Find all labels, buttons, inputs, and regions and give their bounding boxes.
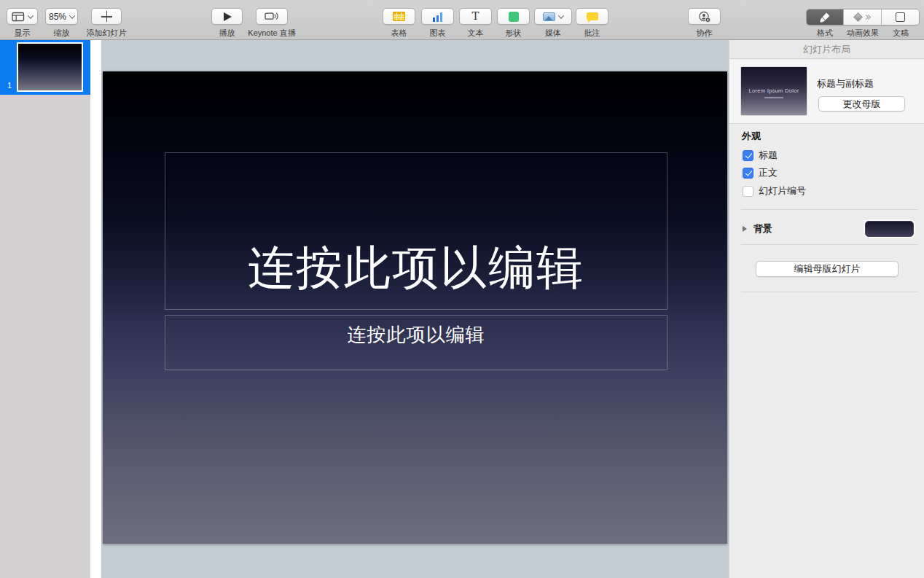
view-label: 显示 [15,28,31,39]
title-placeholder-text: 连按此项以编辑 [248,236,584,300]
change-master-button[interactable]: 更改母版 [818,96,905,112]
animate-diamond-icon [853,12,863,22]
panel-header: 幻灯片布局 [729,40,924,59]
format-tab[interactable] [807,9,844,25]
text-icon: T [471,11,479,22]
text-label: 文本 [468,28,484,39]
add-slide-label: 添加幻灯片 [87,28,127,39]
background-label: 背景 [753,222,772,235]
inspector-segmented-control [806,9,920,26]
shape-icon [509,12,519,22]
chart-label: 图表 [430,28,446,39]
comment-label: 批注 [584,28,600,39]
slide-canvas[interactable]: 连按此项以编辑 连按此项以编辑 [101,40,729,578]
title-checkbox-row[interactable]: 标题 [743,149,778,161]
zoom-button[interactable]: 85% 缩放 [45,8,78,39]
edit-master-slide-button[interactable]: 编辑母版幻灯片 [756,261,898,277]
appearance-section-title: 外观 [742,130,761,143]
format-inspector-panel: 幻灯片布局 Lorem Ipsum Dolor 标题与副标题 更改母版 外观 标… [729,40,924,578]
media-button[interactable]: 媒体 [534,8,572,39]
view-layout-icon [12,12,25,22]
body-checkbox-label: 正文 [759,166,778,179]
navigator-canvas-divider [90,40,101,578]
animate-tab-label: 动画效果 [844,28,882,39]
slide-1-thumbnail[interactable] [17,42,83,92]
play-icon [224,12,232,21]
toolbar: 显示 85% 缩放 添加幻灯片 播放 [0,0,924,40]
plus-icon [101,11,112,22]
collaborate-icon [698,11,711,23]
table-icon [393,12,405,21]
format-brush-icon [819,12,831,23]
play-button[interactable]: 播放 [211,8,243,39]
divider [741,244,918,245]
keynote-window: 显示 85% 缩放 添加幻灯片 播放 [0,0,924,578]
document-icon [896,12,905,22]
media-icon [543,12,555,21]
subtitle-placeholder[interactable]: 连按此项以编辑 [165,315,667,370]
play-label: 播放 [219,28,235,39]
zoom-value: 85% [49,12,66,22]
slide[interactable]: 连按此项以编辑 连按此项以编辑 [103,71,727,544]
body-checkbox-row[interactable]: 正文 [743,167,778,179]
background-row[interactable]: 背景 [743,221,772,236]
format-tab-label: 格式 [806,28,844,39]
layout-thumbnail-subtitle-line [764,97,783,98]
chevron-down-icon [28,12,34,18]
keynote-live-button[interactable]: Keynote 直播 [256,8,288,39]
collaborate-button[interactable]: 协作 [688,8,721,39]
chart-button[interactable]: 图表 [421,8,454,39]
slide-number-checkbox-label: 幻灯片编号 [759,184,806,198]
body-checkbox[interactable] [743,168,753,179]
document-tab[interactable] [882,9,919,25]
title-checkbox[interactable] [743,150,753,161]
keynote-live-icon [265,12,279,22]
comment-icon [587,12,598,20]
chevron-down-icon [558,12,564,18]
chevron-down-icon [69,12,75,18]
subtitle-placeholder-text: 连按此项以编辑 [348,322,485,348]
disclosure-triangle-icon[interactable] [743,226,747,232]
comment-button[interactable]: 批注 [576,8,608,39]
document-tab-label: 文稿 [882,28,920,39]
divider [741,292,918,292]
chart-icon [433,12,443,22]
add-slide-button[interactable]: 添加幻灯片 [91,8,122,39]
zoom-label: 缩放 [54,28,70,39]
collaborate-label: 协作 [697,28,713,39]
divider [741,209,918,210]
title-placeholder[interactable]: 连按此项以编辑 [165,152,667,310]
view-button[interactable]: 显示 [7,8,38,39]
slide-navigator: 1 [0,40,90,578]
table-button[interactable]: 表格 [383,8,415,39]
shape-button[interactable]: 形状 [497,8,530,39]
layout-name: 标题与副标题 [817,77,874,90]
inspector-tab-labels: 格式 动画效果 文稿 [806,28,920,39]
table-label: 表格 [391,28,407,39]
layout-thumbnail[interactable]: Lorem Ipsum Dolor [741,67,807,115]
background-color-well[interactable] [865,221,914,237]
media-label: 媒体 [545,28,561,39]
slide-navigator-selection[interactable]: 1 [0,40,90,95]
slide-number-checkbox[interactable] [743,186,753,197]
title-checkbox-label: 标题 [759,149,778,162]
shape-label: 形状 [506,28,522,39]
text-button[interactable]: T 文本 [459,8,492,39]
keynote-live-label: Keynote 直播 [248,28,295,39]
slide-number-checkbox-row[interactable]: 幻灯片编号 [743,185,806,197]
slide-layout-section: Lorem Ipsum Dolor 标题与副标题 更改母版 [729,59,924,124]
animate-tab[interactable] [844,9,881,25]
slide-number: 1 [7,81,12,90]
layout-thumbnail-title: Lorem Ipsum Dolor [741,87,807,94]
